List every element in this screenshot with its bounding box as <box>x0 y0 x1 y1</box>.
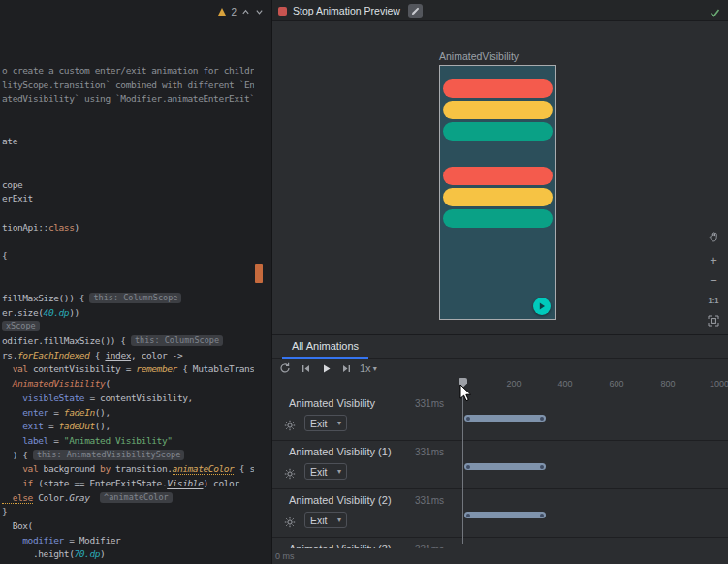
code-token: 40.dp <box>44 307 70 318</box>
timeline-track[interactable] <box>464 512 546 518</box>
skip-to-start-button[interactable] <box>299 361 312 375</box>
gear-icon[interactable] <box>284 515 296 526</box>
code-line[interactable]: enter = fadeIn(), <box>2 406 254 421</box>
code-line[interactable] <box>2 206 254 221</box>
timeline-statusbar: 0 ms <box>272 548 728 564</box>
code-line[interactable]: rs.forEachIndexed { index, color -> <box>2 349 254 363</box>
code-token: remember <box>136 363 177 374</box>
code-line[interactable]: AnimatedVisibility( <box>2 377 254 392</box>
code-line[interactable] <box>2 149 254 164</box>
inspections-widget[interactable]: 2 <box>218 4 264 19</box>
code-token: ) { <box>2 450 33 460</box>
code-line[interactable] <box>2 235 254 249</box>
code-line[interactable]: .height(70.dp) <box>2 548 254 562</box>
code-token: Visible <box>167 478 203 488</box>
gear-icon[interactable] <box>284 418 296 429</box>
code-line[interactable] <box>2 164 254 178</box>
code-line[interactable]: ) { this: AnimatedVisibilityScope <box>2 449 254 463</box>
chevron-down-icon[interactable] <box>255 8 264 16</box>
code-token: cope <box>2 179 22 190</box>
code-token: contentVisibility = <box>28 363 137 374</box>
zoom-out-button[interactable]: − <box>710 274 717 287</box>
animation-duration: 331ms <box>394 447 444 457</box>
code-token: val <box>2 463 38 474</box>
code-token: } <box>2 506 7 517</box>
ruler-tick-label: 400 <box>557 379 572 389</box>
code-token: transition. <box>111 463 173 474</box>
chevron-up-icon[interactable] <box>241 8 250 16</box>
timeline-track[interactable] <box>464 463 546 470</box>
mouse-cursor <box>459 384 472 405</box>
code-line[interactable]: else Color.Gray ^animateColor <box>2 491 254 506</box>
no-problems-check-icon[interactable] <box>710 5 720 22</box>
code-line[interactable]: er.size(40.dp)) <box>2 306 254 321</box>
play-button[interactable] <box>319 361 332 375</box>
code-line[interactable]: o create a custom enter/exit animation f… <box>2 64 254 78</box>
pan-tool-button[interactable] <box>708 231 720 246</box>
animation-row: Animated Visibility (2) 331ms Exit ▾ <box>272 488 728 537</box>
code-token: forEachIndexed <box>17 350 89 360</box>
code-token: fadeIn <box>64 407 95 418</box>
preview-bar <box>443 122 553 141</box>
timeline-ruler[interactable]: 200 400 600 800 1000 <box>272 378 728 392</box>
code-line[interactable] <box>2 121 254 136</box>
code-line[interactable]: xScope <box>2 320 254 334</box>
timeline-track[interactable] <box>464 415 546 422</box>
interactive-mode-button[interactable] <box>533 298 551 315</box>
code-line[interactable]: Box( <box>2 519 254 534</box>
code-token: lityScope.transition` combined with diff… <box>2 79 254 90</box>
code-token: animateColor <box>173 463 235 475</box>
code-editor-lines[interactable]: o create a custom enter/exit animation f… <box>2 64 254 562</box>
stop-animation-preview-button[interactable]: Stop Animation Preview <box>278 0 423 21</box>
code-token: ( <box>105 378 110 389</box>
code-line[interactable]: modifier = Modifier <box>2 534 254 548</box>
code-line[interactable]: { <box>2 249 254 264</box>
code-line[interactable]: visibleState = contentVisibility, <box>2 392 254 406</box>
code-line[interactable]: } <box>2 505 254 519</box>
preview-bar <box>443 101 553 119</box>
code-line[interactable]: if (state == EnterExitState.Visible) col… <box>2 477 254 491</box>
code-line[interactable]: tionApi::class) <box>2 221 254 235</box>
code-line[interactable]: odifier.fillMaxSize()) { this: ColumnSco… <box>2 334 254 349</box>
code-token: Box( <box>2 520 33 531</box>
code-editor[interactable]: 2 o create a custom enter/exit animation… <box>0 0 271 564</box>
code-line[interactable]: lityScope.transition` combined with diff… <box>2 78 254 93</box>
code-line[interactable] <box>2 277 254 292</box>
code-line[interactable]: val background by transition.animateColo… <box>2 462 254 477</box>
zoom-actual-size-button[interactable]: 1:1 <box>709 295 719 307</box>
loop-playback-button[interactable] <box>278 361 292 375</box>
skip-to-end-button[interactable] <box>339 361 353 375</box>
zoom-to-fit-button[interactable] <box>708 315 719 329</box>
code-token: fillMaxSize()) { <box>2 293 89 303</box>
code-line[interactable]: atedVisibility` using `Modifier.animateE… <box>2 92 254 107</box>
code-token: { <box>2 250 7 261</box>
code-line[interactable]: fillMaxSize()) { this: ColumnScope <box>2 292 254 306</box>
code-line[interactable] <box>2 264 254 278</box>
gear-icon[interactable] <box>284 466 296 478</box>
playback-speed-dropdown[interactable]: 1x ▾ <box>360 362 377 374</box>
chevron-down-icon: ▾ <box>337 467 341 476</box>
code-line[interactable] <box>2 107 254 121</box>
state-dropdown-value: Exit <box>310 418 328 429</box>
code-token: { state <box>234 463 254 474</box>
tab-all-animations[interactable]: All Animations <box>282 335 368 359</box>
code-token: ) color <box>203 478 238 488</box>
code-token: ate <box>2 136 17 146</box>
code-line[interactable]: cope <box>2 178 254 193</box>
code-line[interactable]: erExit <box>2 192 254 206</box>
state-dropdown-value: Exit <box>310 515 328 526</box>
animations-panel: All Animations 1x ▾ 200 400 600 <box>272 334 728 564</box>
editor-scrollbar-thumb[interactable] <box>255 264 263 283</box>
code-line[interactable]: exit = fadeOut(), <box>2 420 254 434</box>
code-line[interactable]: label = "Animated Visibility" <box>2 434 254 449</box>
code-line[interactable]: val contentVisibility = remember { Mutab… <box>2 362 254 377</box>
code-line[interactable]: ate <box>2 135 254 149</box>
state-dropdown[interactable]: Exit ▾ <box>304 512 347 528</box>
state-dropdown[interactable]: Exit ▾ <box>304 415 347 431</box>
edit-button[interactable] <box>408 4 423 18</box>
zoom-in-button[interactable]: + <box>710 254 717 266</box>
code-token: val <box>2 363 28 374</box>
code-token: ) <box>100 548 105 559</box>
state-dropdown[interactable]: Exit ▾ <box>304 463 347 480</box>
inlay-hint: this: ColumnScope <box>89 293 181 303</box>
